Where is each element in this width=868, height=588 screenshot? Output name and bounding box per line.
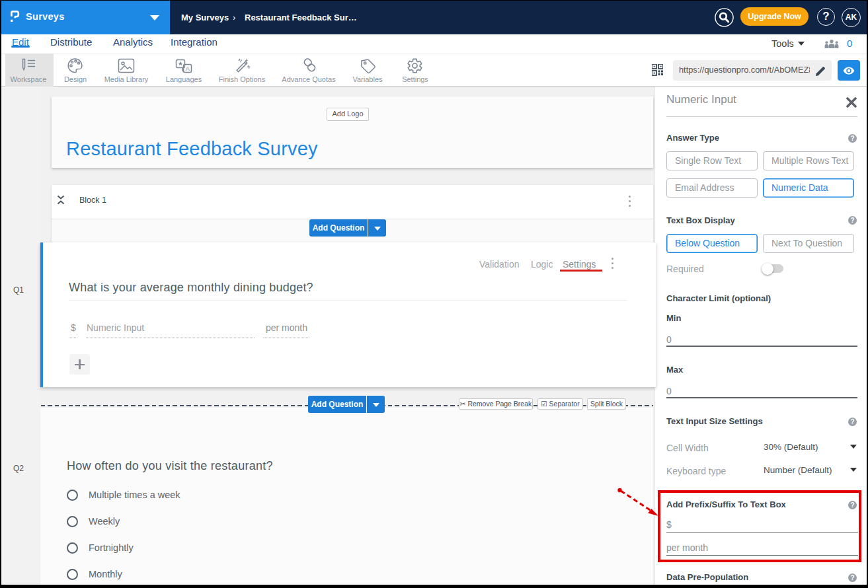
svg-text:A: A bbox=[186, 65, 190, 72]
